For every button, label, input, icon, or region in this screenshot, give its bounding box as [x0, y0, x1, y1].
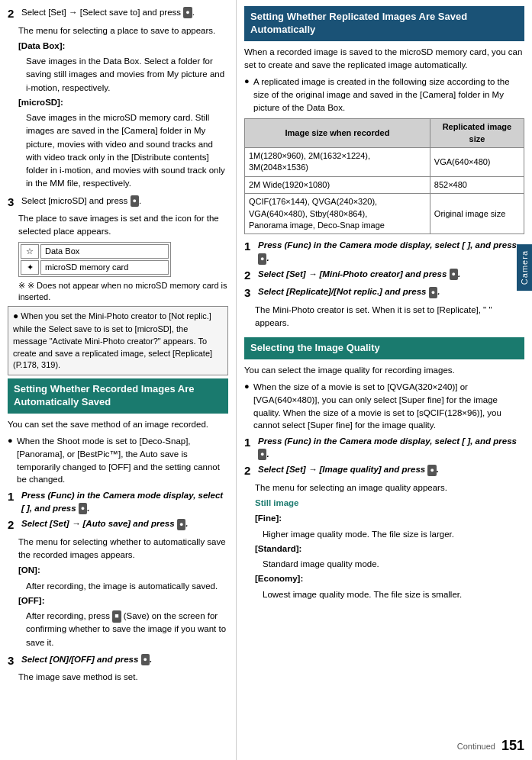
right-step-2-block: 2 Select [Set] → [Mini-Photo creator] an… [244, 268, 524, 283]
bullet-2: ● A replicated image is created in the f… [244, 76, 524, 114]
bullet-dot-3: ● [244, 381, 253, 391]
icon-cell: ☆ [21, 244, 39, 259]
confirm-key-icon: ● [183, 7, 192, 18]
left-step-3-block: 3 Select [ON]/[OFF] and press ●. [8, 653, 228, 668]
confirm-key-8: ● [429, 287, 437, 298]
left-step-3-desc: The image save method is set. [8, 671, 228, 684]
table-row: QCIF(176×144), QVGA(240×320), VGA(640×48… [245, 194, 524, 234]
section2-body: When a recorded image is saved to the mi… [244, 46, 524, 72]
bullet-1: ● When the Shoot mode is set to [Deco-Sn… [8, 435, 228, 486]
label-cell: Data Box [40, 244, 169, 259]
iq-step-2-desc: The menu for selecting an image quality … [244, 481, 524, 494]
note-star: ※ ※ Does not appear when no microSD memo… [8, 280, 228, 304]
right-step-2-num: 2 [244, 268, 258, 283]
right-step-3-content: Select [Replicate]/[Not replic.] and pre… [258, 285, 524, 298]
right-column: Setting Whether Replicated Images Are Sa… [237, 0, 532, 760]
left-step-2-desc: The menu for selecting whether to automa… [8, 536, 228, 562]
off-desc: After recording, press ■ (Save) on the s… [8, 610, 228, 649]
left-column: 2 Select [Set] → [Select save to] and pr… [0, 0, 237, 760]
left-step-3-num: 3 [8, 653, 21, 668]
right-step-2-content: Select [Set] → [Mini-Photo creator] and … [258, 268, 524, 281]
bullet-3-text: When the size of a movie is set to [QVGA… [253, 381, 524, 432]
left-step-1-block: 1 Press (Func) in the Camera mode displa… [8, 489, 228, 514]
size-cell-2: 2M Wide(1920×1080) [245, 176, 430, 193]
bullet-1-text: When the Shoot mode is set to [Deco-Snap… [17, 435, 228, 486]
confirm-key-10: ● [427, 465, 436, 476]
bullet-dot-2: ● [244, 76, 253, 85]
bullet-2-text: A replicated image is created in the fol… [253, 76, 524, 114]
bullet-dot-1: ● [8, 435, 17, 445]
size-cell-1: 1M(1280×960), 2M(1632×1224), 3M(2048×153… [245, 148, 430, 177]
step-3-block: 3 Select [microSD] and press ●. [8, 195, 228, 210]
confirm-key-7: ● [450, 269, 458, 280]
right-step-1-num: 1 [244, 239, 258, 254]
save-key-icon: ■ [112, 610, 121, 623]
table-row: ✦ microSD memory card [21, 260, 169, 275]
on-desc: After recording, the image is automatica… [8, 580, 228, 593]
data-box-desc: Save images in the Data Box. Select a fo… [8, 55, 228, 95]
standard-desc: Standard image quality mode. [244, 558, 524, 571]
continued-text: Continued [457, 742, 495, 751]
economy-desc: Lowest image quality mode. The file size… [244, 588, 524, 601]
step-2-desc: The menu for selecting a place to save t… [8, 24, 228, 37]
col-header-rep: Replicated image size [430, 119, 524, 148]
left-step-1-content: Press (Func) in the Camera mode display,… [21, 489, 228, 514]
section-recorded-header: Setting Whether Recorded Images Are Auto… [8, 378, 228, 414]
right-step-1-block: 1 Press (Func) in the Camera mode displa… [244, 239, 524, 264]
left-step-3-content: Select [ON]/[OFF] and press ●. [21, 653, 228, 666]
left-step-1-num: 1 [8, 489, 21, 504]
col-header-size: Image size when recorded [245, 119, 430, 148]
left-step-2-block: 2 Select [Set] → [Auto save] and press ●… [8, 517, 228, 533]
iq-step-2-num: 2 [244, 463, 258, 478]
section3-body: You can select the image quality for rec… [244, 364, 524, 377]
step-3-num: 3 [8, 195, 21, 210]
still-image-label: Still image [244, 497, 524, 510]
page-footer: Continued 151 [457, 738, 524, 754]
iq-step-2-block: 2 Select [Set] → [Image quality] and pre… [244, 463, 524, 478]
left-step-2-num: 2 [8, 517, 21, 533]
confirm-key-2: ● [131, 195, 139, 207]
confirm-key-4: ● [177, 519, 185, 530]
fine-label: [Fine]: [244, 512, 524, 525]
table-row: ☆ Data Box [21, 244, 169, 259]
standard-label: [Standard]: [244, 543, 524, 556]
section-image-quality-header: Selecting the Image Quality [244, 337, 524, 359]
page-number: 151 [501, 738, 524, 754]
right-step-3-desc: The Mini-Photo creator is set. When it i… [244, 304, 524, 330]
microSD-label: [microSD]: [8, 96, 228, 109]
step-3-content: Select [microSD] and press ●. [21, 195, 228, 208]
right-step-3-block: 3 Select [Replicate]/[Not replic.] and p… [244, 285, 524, 301]
confirm-key-6: ● [258, 253, 266, 265]
camera-sidebar-tab: Camera [517, 244, 532, 291]
image-size-table: Image size when recorded Replicated imag… [244, 118, 524, 234]
step-2-content: Select [Set] → [Select save to] and pres… [21, 6, 228, 19]
icon-cell-2: ✦ [21, 260, 39, 275]
step-2-block: 2 Select [Set] → [Select save to] and pr… [8, 6, 228, 21]
table-row: 1M(1280×960), 2M(1632×1224), 3M(2048×153… [245, 148, 524, 177]
section1-body: You can set the save method of an image … [8, 418, 228, 431]
iq-step-1-num: 1 [244, 435, 258, 450]
on-label: [ON]: [8, 564, 228, 577]
rep-cell-3: Original image size [430, 194, 524, 234]
iq-step-1-content: Press (Func) in the Camera mode display,… [258, 435, 524, 460]
section-replicated-header: Setting Whether Replicated Images Are Sa… [244, 6, 524, 41]
save-location-table: ☆ Data Box ✦ microSD memory card [18, 242, 171, 277]
bullet-3: ● When the size of a movie is set to [QV… [244, 381, 524, 432]
size-cell-3: QCIF(176×144), QVGA(240×320), VGA(640×48… [245, 194, 430, 234]
off-label: [OFF]: [8, 594, 228, 607]
confirm-key-9: ● [258, 449, 266, 460]
microSD-desc: Save images in the microSD memory card. … [8, 111, 228, 191]
table-row: 2M Wide(1920×1080) 852×480 [245, 176, 524, 193]
iq-step-1-block: 1 Press (Func) in the Camera mode displa… [244, 435, 524, 460]
right-step-3-num: 3 [244, 285, 258, 301]
label-cell-2: microSD memory card [40, 260, 169, 275]
confirm-key-5: ● [141, 654, 150, 665]
circle-bullet: ● [13, 311, 18, 321]
right-step-1-content: Press (Func) in the Camera mode display,… [258, 239, 524, 264]
economy-label: [Economy]: [244, 572, 524, 585]
notice-box: ● When you set the Mini-Photo creator to… [8, 306, 228, 375]
rep-cell-1: VGA(640×480) [430, 148, 524, 177]
rep-cell-2: 852×480 [430, 176, 524, 193]
table-header-row: Image size when recorded Replicated imag… [245, 119, 524, 148]
left-step-2-content: Select [Set] → [Auto save] and press ●. [21, 517, 228, 530]
